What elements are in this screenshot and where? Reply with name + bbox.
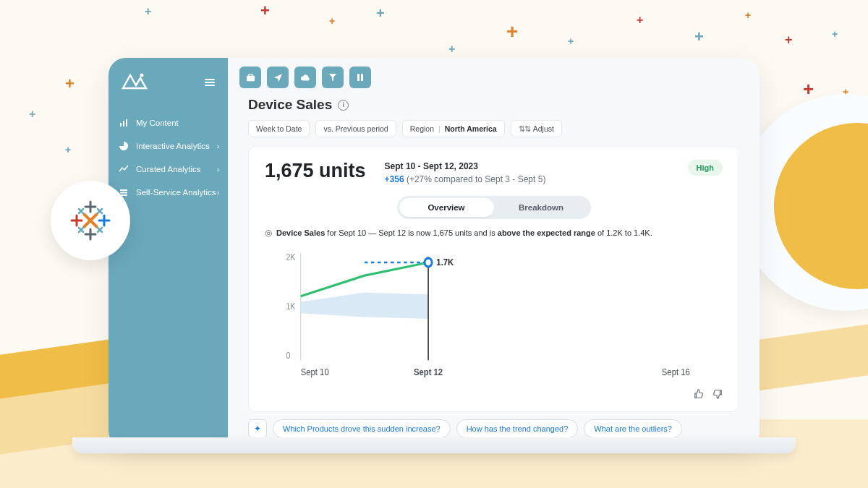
thumbs-down-button[interactable]: [712, 389, 723, 401]
app-logo-icon: [122, 71, 148, 94]
laptop-base: [72, 437, 796, 453]
bar-chart-icon: [119, 118, 129, 128]
toolbar-filter-button[interactable]: [322, 67, 344, 88]
chevron-right-icon: ›: [217, 142, 219, 150]
svg-rect-19: [120, 123, 122, 127]
svg-text:Sept 12: Sept 12: [414, 367, 443, 377]
app-window: My Content Interactive Analytics › Curat…: [109, 58, 760, 448]
adjust-button[interactable]: ⇅⇅ Adjust: [511, 120, 562, 137]
svg-rect-23: [120, 192, 127, 194]
svg-text:Sept 16: Sept 16: [662, 367, 690, 377]
filter-period-chip[interactable]: Week to Date: [248, 120, 310, 137]
tab-breakdown[interactable]: Breakdown: [494, 198, 589, 217]
filter-region-chip[interactable]: Region|North America: [402, 120, 505, 137]
svg-text:2K: 2K: [286, 253, 295, 262]
status-badge: High: [688, 160, 723, 176]
toolbar-briefcase-button[interactable]: [239, 67, 261, 88]
suggestion-chip[interactable]: Which Products drove this sudden increas…: [273, 419, 451, 438]
insight-text: ◎ Device Sales for Sept 10 — Sept 12 is …: [265, 228, 723, 238]
chevron-right-icon: ›: [217, 166, 219, 174]
chevron-right-icon: ›: [217, 189, 219, 197]
nav-label: Self-Service Analytics: [136, 188, 216, 197]
sliders-icon: ⇅⇅: [519, 124, 530, 133]
metric-meta: Sept 10 - Sept 12, 2023 +356 (+27% compa…: [385, 160, 546, 186]
sidebar-item-interactive-analytics[interactable]: Interactive Analytics ›: [109, 134, 228, 158]
svg-text:1.7K: 1.7K: [436, 257, 454, 267]
toolbar-cloud-button[interactable]: [294, 67, 316, 88]
svg-rect-20: [123, 121, 124, 127]
pie-chart-icon: [119, 141, 129, 151]
svg-rect-28: [361, 74, 363, 81]
sidebar-item-self-service-analytics[interactable]: Self-Service Analytics ›: [109, 181, 228, 204]
nav-label: Curated Analytics: [136, 165, 201, 174]
svg-text:Sept 10: Sept 10: [301, 367, 329, 377]
sidebar-collapse-button[interactable]: [205, 77, 215, 87]
svg-rect-27: [357, 74, 359, 81]
metric-card: 1,675 units Sept 10 - Sept 12, 2023 +356…: [248, 146, 739, 412]
nav-label: My Content: [136, 119, 179, 127]
suggestion-chip[interactable]: What are the outliers?: [584, 419, 682, 438]
target-icon: ◎: [265, 228, 272, 238]
ai-suggestions-button[interactable]: ✦: [248, 419, 267, 438]
svg-text:1K: 1K: [286, 301, 295, 311]
toolbar: [228, 58, 760, 97]
suggestion-chip[interactable]: How has the trend changed?: [456, 419, 579, 438]
main-area: Device Sales i Week to Date vs. Previous…: [228, 58, 760, 448]
line-chart-icon: [119, 164, 129, 174]
tableau-logo-badge: [51, 181, 130, 260]
metric-chart: 2K 1K 0: [265, 244, 723, 385]
sidebar-item-my-content[interactable]: My Content: [109, 111, 228, 134]
sidebar-item-curated-analytics[interactable]: Curated Analytics ›: [109, 158, 228, 181]
view-toggle: Overview Breakdown: [397, 196, 591, 219]
svg-rect-26: [248, 74, 252, 76]
toolbar-pause-button[interactable]: [349, 67, 371, 88]
page-title: Device Sales: [248, 97, 332, 113]
svg-text:0: 0: [286, 351, 290, 360]
toolbar-send-button[interactable]: [267, 67, 289, 88]
svg-point-18: [140, 74, 144, 77]
thumbs-up-button[interactable]: [694, 389, 704, 401]
svg-rect-22: [120, 189, 127, 191]
svg-point-35: [425, 258, 432, 267]
metric-value: 1,675 units: [265, 160, 366, 182]
filter-compare-chip[interactable]: vs. Previous period: [315, 120, 396, 137]
svg-rect-21: [126, 119, 127, 127]
info-icon[interactable]: i: [338, 100, 349, 111]
nav-label: Interactive Analytics: [136, 142, 210, 150]
sidebar: My Content Interactive Analytics › Curat…: [109, 58, 228, 448]
suggestion-row: ✦ Which Products drove this sudden incre…: [248, 419, 739, 438]
tab-overview[interactable]: Overview: [399, 198, 494, 217]
